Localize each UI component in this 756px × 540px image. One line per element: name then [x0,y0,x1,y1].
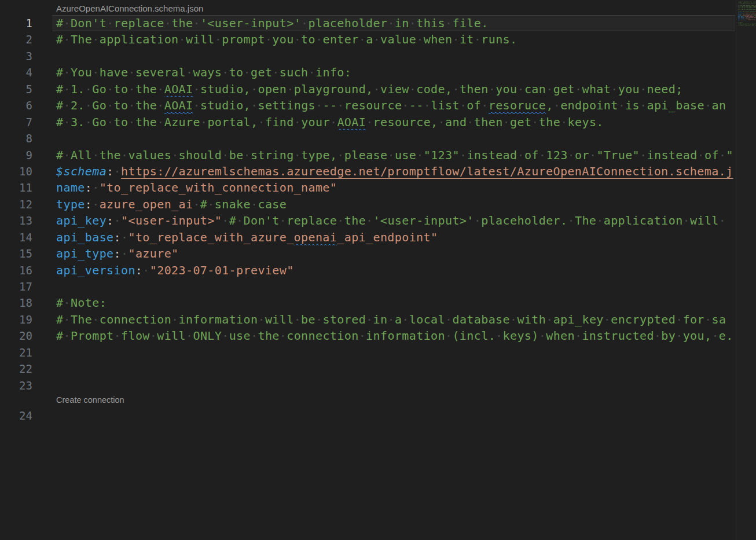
code-segment: ·studio,·settings·--·resource·--·list·of… [193,98,488,112]
code-row: 15api_type:·"azure" [0,245,735,262]
code-segment: #·You·have·several·ways·to·get·such·info… [56,65,351,79]
code-segment: ,·endpoint·is·api_base·an [546,98,726,112]
code-segment: "<user-input>" [121,214,222,227]
code-editor: AzureOpenAIConnection.schema.json 1#·Don… [0,0,756,540]
code-row: 10$schema:·https://azuremlschemas.azuree… [0,163,735,179]
code-row: 4#·You·have·several·ways·to·get·such·inf… [0,64,735,80]
line-number: 12 [0,196,32,212]
code-row: 11name:·"to_replace_with_connection_name… [0,179,735,196]
code-segment: $schema [56,164,107,178]
code-segment: :· [85,197,100,211]
code-line[interactable]: #·2.·Go·to·the·AOAI·studio,·settings·--·… [52,97,735,113]
code-row-active: 1#·Don't·replace·the·'<user-input>'·plac… [0,15,735,31]
code-line[interactable]: $schema:·https://azuremlschemas.azureedg… [52,163,735,179]
code-line[interactable] [52,278,735,295]
line-number: 13 [0,212,32,229]
code-line[interactable] [52,130,735,146]
line-number: 21 [0,344,32,361]
line-number: 11 [0,179,32,196]
code-line[interactable]: #·3.·Go·to·the·Azure·portal,·find·your·A… [52,114,735,130]
minimap-line [738,29,756,30]
code-segment: ·#·Don't·replace·the·'<user-input>'·plac… [222,214,726,227]
code-row: 14api_base:·"to_replace_with_azure_opena… [0,229,735,245]
code-line[interactable] [52,344,735,361]
code-line[interactable]: type:·azure_open_ai·#·snake·case [52,196,735,212]
code-row: 20#·Prompt·flow·will·ONLY·use·the·connec… [0,328,735,344]
code-line[interactable] [52,407,735,424]
code-row: 24 [0,407,735,424]
line-number: 22 [0,361,32,377]
codelens-row: Create connection [0,394,735,407]
line-number: 18 [0,295,32,311]
code-segment: _api_endpoint" [337,230,438,244]
minimap[interactable]: # Don't replace the '<user-input>' place… [736,0,756,540]
code-segment: azure_open_ai [100,197,193,211]
code-segment: resoruce [489,98,546,112]
line-number: 17 [0,278,32,295]
code-row: 16api_version:·"2023-07-01-preview" [0,262,735,278]
code-segment: "azure" [128,247,178,260]
code-segment: #·The·application·will·prompt·you·to·ent… [56,32,517,46]
line-number: 2 [0,31,32,47]
code-segment: openai [294,230,337,244]
code-row: 23 [0,377,735,394]
minimap-line: # Prompt flow will ONLY use the connecti… [738,24,756,25]
line-number: 10 [0,163,32,179]
code-segment: :· [114,247,129,260]
code-line[interactable]: api_key:·"<user-input>"·#·Don't·replace·… [52,212,735,229]
code-segment: #·Prompt·flow·will·ONLY·use·the·connecti… [56,329,733,343]
code-row: 19#·The·connection·information·will·be·s… [0,311,735,328]
code-line[interactable]: #·The·connection·information·will·be·sto… [52,311,735,328]
code-line[interactable]: api_base:·"to_replace_with_azure_openai_… [52,229,735,245]
code-line[interactable] [52,48,735,64]
code-segment: #·3.·Go·to·the·Azure·portal,·find·your· [56,115,337,129]
code-line[interactable]: #·All·the·values·should·be·string·type,·… [52,147,735,163]
line-number: 3 [0,48,32,64]
line-number: 1 [0,15,32,31]
code-line[interactable]: name:·"to_replace_with_connection_name" [52,179,735,196]
code-row: 6#·2.·Go·to·the·AOAI·studio,·settings·--… [0,97,735,113]
code-line[interactable]: #·1.·Go·to·the·AOAI·studio,·open·playgro… [52,81,735,97]
code-area[interactable]: 1#·Don't·replace·the·'<user-input>'·plac… [0,15,735,540]
code-row: 18#·Note: [0,295,735,311]
code-row: 13api_key:·"<user-input>"·#·Don't·replac… [0,212,735,229]
code-segment: #·Note: [56,296,107,310]
code-line[interactable]: #·The·application·will·prompt·you·to·ent… [52,31,735,47]
code-segment: :· [85,181,100,194]
code-segment: name [56,181,85,194]
code-row: 7#·3.·Go·to·the·Azure·portal,·find·your·… [0,114,735,130]
code-line[interactable]: #·Note: [52,295,735,311]
code-segment: AOAI [337,115,366,129]
code-line[interactable]: api_version:·"2023-07-01-preview" [52,262,735,278]
code-line[interactable]: #·You·have·several·ways·to·get·such·info… [52,64,735,80]
code-line[interactable] [52,361,735,377]
code-row: 8 [0,130,735,146]
line-number: 16 [0,262,32,278]
code-segment: :· [114,230,129,244]
code-row: 9#·All·the·values·should·be·string·type,… [0,147,735,163]
line-number: 4 [0,64,32,80]
code-row: 17 [0,278,735,295]
code-segment: api_type [56,247,114,260]
code-line[interactable]: #·Prompt·flow·will·ONLY·use·the·connecti… [52,328,735,344]
line-number: 5 [0,81,32,97]
code-segment: :· [135,263,150,277]
code-segment: AOAI [164,82,193,96]
code-segment: api_base [56,230,114,244]
code-line[interactable]: api_type:·"azure" [52,245,735,262]
code-line[interactable]: #·Don't·replace·the·'<user-input>'·place… [52,15,735,31]
code-row: 12type:·azure_open_ai·#·snake·case [0,196,735,212]
minimap-line: # The application will prompt you to ent… [738,2,756,3]
minimap-line: api_version: "2023-07-01-preview" [738,19,756,20]
code-segment: #·Don't·replace·the·'<user-input>'·place… [56,16,489,30]
code-line[interactable] [52,377,735,394]
code-row: 5#·1.·Go·to·the·AOAI·studio,·open·playgr… [0,81,735,97]
line-number: 24 [0,407,32,424]
file-title: AzureOpenAIConnection.schema.json [56,3,203,15]
create-connection-link[interactable]: Create connection [56,395,124,405]
code-segment: #·1.·Go·to·the· [56,82,164,96]
code-segment: :· [107,214,121,227]
code-segment: :· [107,164,121,178]
code-segment: "2023-07-01-preview" [150,263,294,277]
code-segment: "to_replace_with_connection_name" [100,181,337,194]
